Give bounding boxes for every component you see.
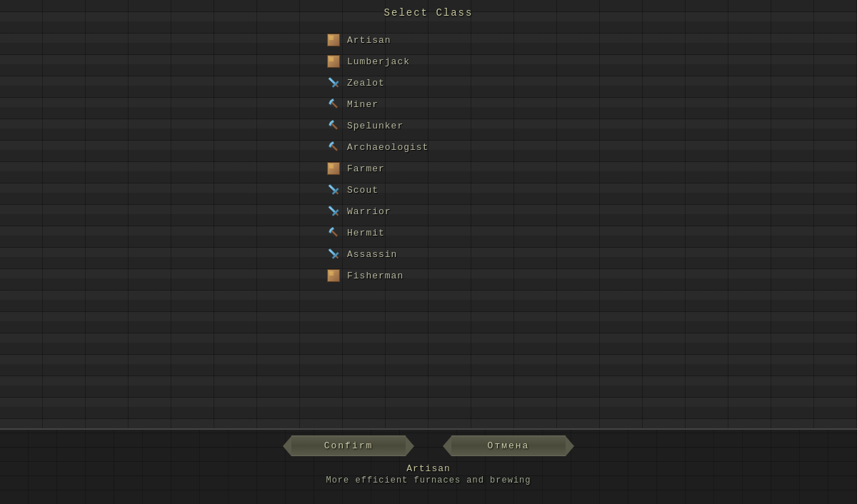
- class-item-artisan[interactable]: Artisan: [321, 30, 536, 50]
- class-label-hermit: Hermit: [347, 228, 385, 238]
- class-label-spelunker: Spelunker: [347, 121, 404, 131]
- cancel-button[interactable]: Отмена: [443, 435, 574, 456]
- confirm-arrow-left: [283, 436, 291, 456]
- selected-class-name: Artisan: [326, 463, 531, 474]
- class-item-hermit[interactable]: Hermit: [321, 223, 536, 243]
- selected-class-description: More efficient furnaces and brewing: [326, 475, 531, 485]
- bottom-bar: Confirm Отмена Artisan More efficient fu…: [0, 428, 857, 504]
- class-item-farmer[interactable]: Farmer: [321, 158, 536, 178]
- class-icon-warrior: [326, 203, 341, 219]
- cancel-label: Отмена: [451, 435, 566, 456]
- class-label-lumberjack: Lumberjack: [347, 56, 410, 67]
- class-list: ArtisanLumberjack Zealot Miner: [321, 30, 536, 286]
- class-label-farmer: Farmer: [347, 163, 385, 174]
- main-content: Select Class ArtisanLumberjack Zealot Mi…: [0, 0, 857, 428]
- class-item-archaeologist[interactable]: Archaeologist: [321, 137, 536, 157]
- class-item-assassin[interactable]: Assassin: [321, 244, 536, 264]
- page-title: Select Class: [384, 7, 473, 19]
- class-label-miner: Miner: [347, 99, 379, 110]
- class-icon-hermit: [326, 225, 341, 241]
- class-item-lumberjack[interactable]: Lumberjack: [321, 51, 536, 71]
- confirm-arrow-right: [406, 436, 414, 456]
- class-icon-archaeologist: [326, 139, 341, 155]
- class-icon-assassin: [326, 246, 341, 262]
- class-icon-spelunker: [326, 118, 341, 133]
- confirm-label: Confirm: [291, 435, 406, 456]
- class-item-zealot[interactable]: Zealot: [321, 73, 536, 93]
- class-icon-artisan: [326, 32, 341, 48]
- class-icon-farmer: [326, 161, 341, 176]
- class-icon-fisherman: [326, 268, 341, 283]
- class-label-warrior: Warrior: [347, 206, 391, 217]
- class-item-warrior[interactable]: Warrior: [321, 201, 536, 221]
- class-item-miner[interactable]: Miner: [321, 94, 536, 114]
- confirm-button[interactable]: Confirm: [283, 435, 414, 456]
- description-area: Artisan More efficient furnaces and brew…: [326, 463, 531, 485]
- class-item-spelunker[interactable]: Spelunker: [321, 116, 536, 136]
- buttons-row: Confirm Отмена: [283, 435, 574, 456]
- class-label-artisan: Artisan: [347, 35, 391, 46]
- class-item-fisherman[interactable]: Fisherman: [321, 266, 536, 286]
- class-label-fisherman: Fisherman: [347, 271, 404, 281]
- class-label-scout: Scout: [347, 185, 379, 196]
- class-label-zealot: Zealot: [347, 78, 385, 89]
- class-icon-scout: [326, 182, 341, 198]
- cancel-arrow-left: [443, 436, 451, 456]
- class-icon-zealot: [326, 75, 341, 91]
- class-item-scout[interactable]: Scout: [321, 180, 536, 200]
- class-label-archaeologist: Archaeologist: [347, 142, 428, 153]
- class-icon-miner: [326, 96, 341, 112]
- cancel-arrow-right: [566, 436, 574, 456]
- class-label-assassin: Assassin: [347, 249, 397, 260]
- class-icon-lumberjack: [326, 54, 341, 69]
